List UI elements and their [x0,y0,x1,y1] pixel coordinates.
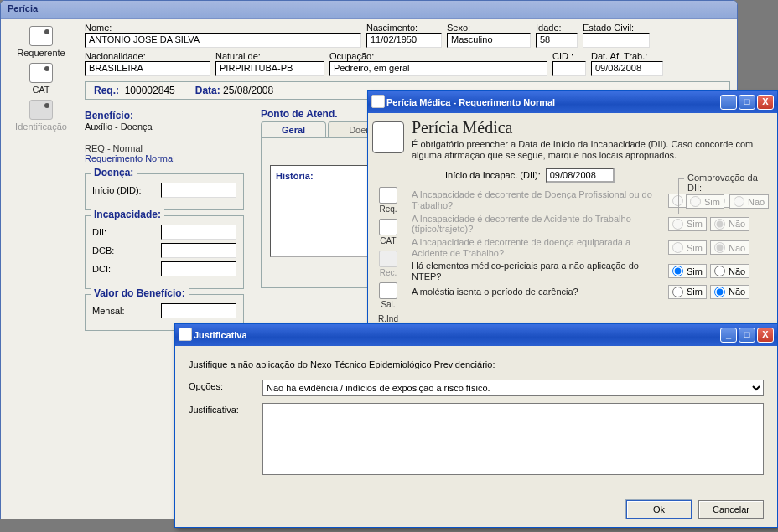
input-did[interactable] [161,183,236,198]
question-row: Há elementos médico-periciais para a não… [412,261,769,281]
minimize-button[interactable]: _ [720,328,737,343]
titlebar-justificativa[interactable]: Justificativa _ □ X [175,324,777,346]
label-natural-de: Natural de: [215,51,324,61]
sidebar-item-req[interactable]: Req. [368,187,408,214]
window-icon [179,328,192,341]
maximize-button[interactable]: □ [739,328,755,343]
question-text: A moléstia isenta o período de carência? [412,287,660,297]
document-icon [29,26,53,46]
close-button[interactable]: X [757,95,774,110]
pericia-large-icon [372,121,404,153]
label-beneficio: Benefício: [85,110,244,121]
value-cid [552,61,586,76]
value-data: 25/08/2008 [223,85,273,96]
input-dii[interactable] [161,225,236,240]
radio-nao[interactable]: Não [710,264,749,278]
minimize-button[interactable]: _ [720,95,737,110]
label-comprovacao: Comprovação da DII: [684,173,770,193]
titlebar-pericia-medica[interactable]: Perícia Médica - Requerimento Normal _ □… [368,91,777,113]
value-beneficio: Auxílio - Doença [85,121,244,132]
label-cid: CID : [552,51,586,61]
label-historia: História: [276,171,314,181]
close-button[interactable]: X [757,328,774,343]
radio-nao[interactable]: Não [710,285,749,299]
label-data: Data: [195,85,220,96]
label-dcb: DCB: [92,245,156,256]
value-dat-af-trab: 09/08/2008 [591,61,663,76]
label-did: Início (DID): [92,185,156,195]
sidebar-item-rind[interactable]: R.Ind [368,314,408,323]
tab-geral[interactable]: Geral [261,121,326,137]
label-idade: Idade: [536,23,578,33]
value-sexo: Masculino [447,33,531,48]
label-dci: DCI: [92,264,156,274]
sidebar-label: CAT [1,85,81,95]
label-opcoes: Opções: [189,380,254,391]
radio-sim[interactable]: Sim [668,264,707,278]
label-req-normal: REQ - Normal [85,143,244,153]
label-nacionalidade: Nacionalidade: [85,51,210,61]
select-opcoes[interactable]: Não há evidência / indícios de exposição… [262,380,764,396]
label-nascimento: Nascimento: [366,23,442,33]
value-idade: 58 [536,33,578,48]
title-text: Perícia [8,3,38,13]
question-row: A Incapacidade é decorrente de Acidente … [412,214,769,235]
question-text: A incapacidade é decorrente de doença eq… [412,237,660,258]
radio-nao: Não [710,240,749,255]
explanation-text: É obrigatório preencher a Data de Início… [412,139,769,161]
label-nome: Nome: [85,23,361,33]
value-natural-de: PIRPIRITUBA-PB [215,61,324,76]
ok-button[interactable]: Ok [626,500,692,519]
input-mensal[interactable] [161,303,236,318]
group-comprovacao-dii: Comprovação da DII: Sim Não [678,178,770,214]
question-text: Há elementos médico-periciais para a não… [412,261,660,281]
value-nome: ANTONIO JOSE DA SILVA [85,33,361,48]
window-icon [371,95,385,108]
question-row: A moléstia isenta o período de carência?… [412,285,769,299]
maximize-button[interactable]: □ [739,95,755,110]
document-icon [29,63,53,83]
sidebar-item-requerente[interactable]: Requerente [1,26,81,58]
question-text: A Incapacidade é decorrente de Doença Pr… [412,189,660,210]
group-incapacidade: Incapacidade: [91,209,164,220]
document-icon [379,219,397,235]
value-req: 100002845 [125,85,175,96]
sidebar-item-cat[interactable]: CAT [1,63,81,95]
mid-sidebar: Req. CAT Rec. Sal. R.Ind [368,113,408,333]
sidebar-item-rec: Rec. [368,251,408,277]
label-dii: DII: [92,227,156,237]
radio-sim: Sim [668,240,707,255]
title-text: Perícia Médica - Requerimento Normal [386,97,555,107]
input-dcb[interactable] [161,243,236,258]
textarea-justificativa[interactable] [262,403,764,475]
value-estado-civil [583,33,650,48]
sidebar-label: Requerente [1,48,81,58]
input-dci[interactable] [161,261,236,276]
sidebar-label: Identificação [1,121,81,132]
document-icon [379,251,397,267]
prompt-text: Justifique a não aplicação do Nexo Técni… [189,359,764,369]
cancel-button[interactable]: Cancelar [698,500,764,519]
label-dat-af-trab: Dat. Af. Trab.: [591,51,663,61]
sidebar-item-cat[interactable]: CAT [368,219,408,245]
money-icon [379,282,397,299]
question-row: A incapacidade é decorrente de doença eq… [412,237,769,258]
radio-comprov-sim: Sim [686,194,724,209]
group-valor-beneficio: Valor do Benefício: [91,287,189,299]
titlebar-pericia[interactable]: Perícia [1,1,737,19]
label-req: Req.: [94,85,119,96]
input-inicio-dii[interactable] [546,168,615,183]
info-icon [29,100,53,120]
label-ocupacao: Ocupação: [329,51,547,61]
radio-comprov-nao: Não [729,194,769,209]
sidebar-item-identificacao: Identificação [1,100,81,132]
window-pericia-medica: Perícia Médica - Requerimento Normal _ □… [367,90,778,333]
label-mensal: Mensal: [92,306,156,316]
value-nascimento: 11/02/1950 [366,33,442,48]
heading-pericia-medica: Perícia Médica [412,118,769,137]
label-justificativa: Justificativa: [189,403,254,415]
radio-sim[interactable]: Sim [668,285,707,299]
value-nacionalidade: BRASILEIRA [85,61,210,76]
label-inicio-dii: Início da Incapac. (DII): [445,170,541,180]
sidebar-item-sal[interactable]: Sal. [368,282,408,309]
